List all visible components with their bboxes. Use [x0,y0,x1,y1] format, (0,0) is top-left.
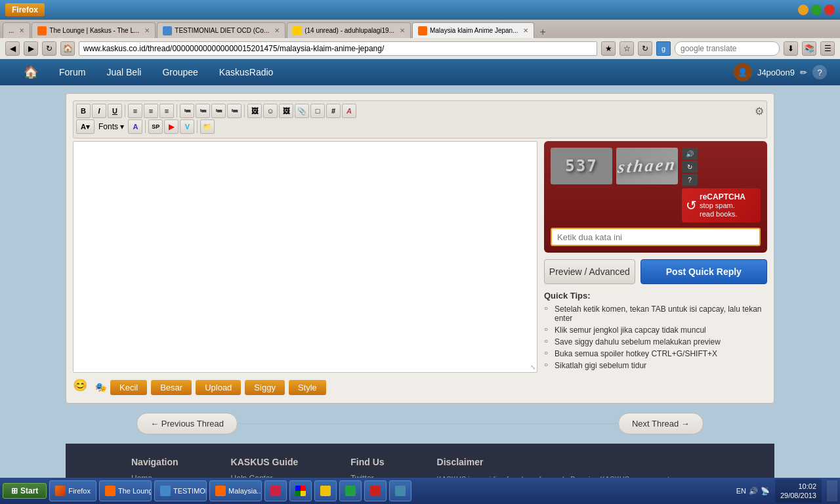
nav-spacer-left [238,423,369,424]
font-color-button[interactable]: A [128,119,142,134]
hash-button[interactable]: # [326,104,341,118]
nav-kaskusradio[interactable]: KaskusRadio [209,59,284,85]
fonts-dropdown[interactable]: Fonts ▾ [96,122,127,131]
bold-button[interactable]: B [76,104,91,118]
taskbar-item-misc[interactable] [364,480,387,501]
taskbar-item-misc2[interactable] [389,480,411,501]
footer-nav-title: Navigation [131,457,178,467]
media-button[interactable]: 🖼 [279,104,293,118]
home-button[interactable]: 🏠 [60,41,75,56]
captcha-refresh-button[interactable]: ↻ [682,161,698,173]
taskbar-firefox-icon [55,486,66,496]
captcha-input[interactable] [551,228,761,246]
emoji-button[interactable]: 😊 [73,378,91,396]
tab-2-icon [163,26,172,35]
menu-button[interactable]: ☰ [820,41,835,56]
minimize-button[interactable] [798,5,808,15]
nav-forum[interactable]: Forum [49,59,96,85]
back-button[interactable]: ◀ [5,41,20,56]
reload-button[interactable]: ↻ [42,41,56,56]
align-center-button[interactable]: ≡ [144,104,158,118]
downloads-button[interactable]: ⬇ [784,41,798,56]
start-button[interactable]: ⊞ Start [3,483,47,499]
firefox-button[interactable]: Firefox [5,3,45,16]
nav-jualbeli[interactable]: Jual Beli [96,59,152,85]
footer-guide-title: KASKUS Guide [231,457,299,467]
font-size-button[interactable]: A▾ [76,119,94,134]
youtube-button[interactable]: ▶ [164,119,178,134]
prev-thread-button[interactable]: ← Previous Thread [136,413,238,434]
list-ul-button[interactable]: ≔ [180,104,194,118]
taskbar-misc2-icon [395,486,406,496]
taskbar-item-malaysia[interactable]: Malaysia... [209,480,262,501]
edit-icon[interactable]: ✏ [800,68,807,77]
vimeo-button[interactable]: V [180,119,194,134]
emoji2-button[interactable]: 🎭 [95,382,106,392]
main-content: B I U ≡ ≡ ≡ ≔ ≔ ≔ ≔ 🖼 ☺ 🖼 📎 □ # A [0,85,840,504]
search-engine-icon[interactable]: g [656,41,671,56]
taskbar-item-testimonial[interactable]: TESTIMONIAL... [154,480,207,501]
table-button[interactable]: □ [310,104,325,118]
bookmarks-button[interactable]: 📚 [802,41,816,56]
tab-1[interactable]: The Lounge | Kaskus - The L... ✕ [32,22,156,38]
indent-button[interactable]: ≔ [211,104,226,118]
star-button[interactable]: ☆ [620,41,634,56]
new-tab-button[interactable]: + [536,26,549,38]
tab-3-close[interactable]: ✕ [400,27,405,34]
bottom-buttons: 😊 🎭 Kecil Besar Upload Siggy Style [73,378,767,396]
show-desktop-button[interactable] [827,480,837,501]
nav-groupee[interactable]: Groupee [152,59,208,85]
attach-button[interactable]: 📁 [200,119,215,134]
url-input[interactable] [79,41,597,56]
outdent-button[interactable]: ≔ [227,104,242,118]
maximize-button[interactable] [811,5,822,15]
underline-button[interactable]: U [108,104,122,118]
captcha-audio-button[interactable]: 🔊 [682,148,698,159]
taskbar-item-chrome[interactable] [289,480,312,501]
bookmark-button[interactable]: ★ [601,41,616,56]
preview-button[interactable]: Preview / Advanced [544,259,635,284]
smiley-button[interactable]: ☺ [263,104,278,118]
taskbar-item-firefox[interactable]: Firefox [49,480,96,501]
upload-button[interactable]: Upload [196,380,241,395]
nav-home[interactable]: 🏠 [13,59,49,85]
forward-button[interactable]: ▶ [24,41,38,56]
spoiler-button[interactable]: SP [148,119,163,134]
settings-icon[interactable]: ⚙ [755,105,764,117]
italic-button[interactable]: I [92,104,106,118]
style-button[interactable]: Style [289,380,326,395]
besar-button[interactable]: Besar [151,380,192,395]
siggy-button[interactable]: Siggy [245,380,285,395]
list-ol-button[interactable]: ≔ [196,104,210,118]
taskbar-item-lounge[interactable]: The Lounge... [99,480,152,501]
sep-4 [145,120,146,133]
file-button[interactable]: 📎 [295,104,309,118]
tab-3[interactable]: (14 unread) - aduhlupalagi19... ✕ [287,22,411,38]
tab-4[interactable]: Malaysia klaim Anime Jepan... ✕ [412,22,535,38]
close-button[interactable] [824,5,835,15]
tab-4-close[interactable]: ✕ [523,27,528,34]
align-right-button[interactable]: ≡ [159,104,174,118]
help-icon[interactable]: ? [812,65,827,79]
image-button[interactable]: 🖼 [247,104,262,118]
captcha-help-button[interactable]: ? [682,174,698,186]
taskbar-item-excel[interactable] [339,480,362,501]
refresh-button[interactable]: ↻ [638,41,652,56]
search-input[interactable] [675,41,780,56]
align-left-button[interactable]: ≡ [128,104,142,118]
taskbar-item-explorer[interactable] [314,480,337,501]
tab-2-close[interactable]: ✕ [274,27,280,34]
special-button[interactable]: A [342,104,356,118]
title-bar: Firefox [0,0,840,20]
tab-1-close[interactable]: ✕ [144,27,150,34]
editor-toolbar: B I U ≡ ≡ ≡ ≔ ≔ ≔ ≔ 🖼 ☺ 🖼 📎 □ # A [73,100,767,138]
text-editor[interactable]: ⤡ [73,141,537,373]
next-thread-button[interactable]: Next Thread → [618,413,704,434]
tab-2[interactable]: TESTIMONIAL DIET OCD (Co... ✕ [157,22,285,38]
kecil-button[interactable]: Kecil [110,380,147,395]
resize-handle[interactable]: ⤡ [530,364,536,371]
tab-0-close[interactable]: ✕ [19,27,24,34]
post-button[interactable]: Post Quick Reply [640,259,767,284]
tab-0[interactable]: ... ✕ [3,22,30,38]
taskbar-item-photoshop[interactable] [264,480,287,501]
